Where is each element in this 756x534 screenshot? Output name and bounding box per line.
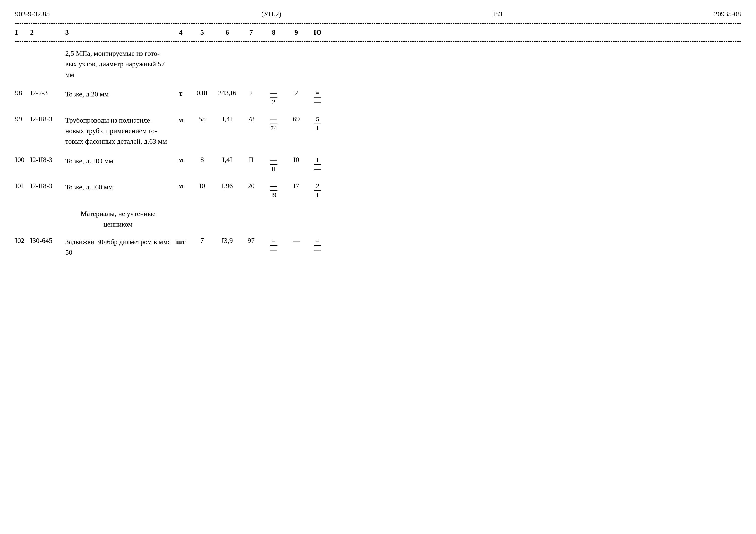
row-101-num: I0I	[15, 182, 30, 190]
row-102-col5: 7	[191, 237, 213, 245]
doc-type: (УП.2)	[261, 10, 282, 18]
row-98-col10: = —	[306, 89, 329, 106]
row-98-col9: 2	[286, 89, 306, 97]
col-header-5: 5	[191, 28, 213, 37]
row-100-col10: I —	[306, 156, 329, 173]
col-header-7: 7	[241, 28, 261, 37]
row-102-col6: I3,9	[213, 237, 241, 245]
intro-description-text: 2,5 МПа, монтируемые из гото-вых узлов, …	[65, 48, 171, 80]
table-row: I02 I30-645 Задвижки 30ч6бр диаметром в …	[15, 232, 741, 262]
row-100-code: I2-II8-3	[30, 156, 65, 164]
row-102-col9: —	[286, 237, 306, 245]
row-101-col10: 2 I	[306, 182, 329, 199]
col-header-8: 8	[261, 28, 286, 37]
materials-header-text: Материалы, не учтенные ценником	[65, 209, 171, 230]
fraction-102-col10: = —	[314, 237, 321, 254]
row-100-num: I00	[15, 156, 30, 164]
col-header-2: 2	[30, 28, 65, 37]
row-101-col9: I7	[286, 182, 306, 190]
row-98-col8: — 2	[261, 89, 286, 106]
row-100-col9: I0	[286, 156, 306, 164]
top-separator	[15, 23, 741, 24]
col-header-4: 4	[171, 28, 191, 37]
row-102-code: I30-645	[30, 237, 65, 245]
fraction-100: — II	[270, 156, 278, 173]
row-100-col6: I,4I	[213, 156, 241, 164]
row-101-col6: I,96	[213, 182, 241, 190]
row-100-unit: м	[171, 156, 191, 164]
table-row: 98 I2-2-3 То же, д.20 мм т 0,0I 243,I6 2…	[15, 84, 741, 110]
fraction-99: — 74	[270, 116, 278, 132]
header-separator	[15, 41, 741, 42]
row-100-col8: — II	[261, 156, 286, 173]
document-header: 902-9-32.85 (УП.2) I83 20935-08	[15, 10, 741, 18]
row-98-col6: 243,I6	[213, 89, 241, 97]
col-header-1: I	[15, 28, 30, 37]
row-100-col7: II	[241, 156, 261, 164]
row-101-desc: То же, д. I60 мм	[65, 182, 171, 192]
row-99-desc: Трубопроводы из полиэтиле-новых труб с п…	[65, 115, 171, 147]
fraction-101: — I9	[270, 183, 278, 199]
fraction-99-col10: 5 I	[314, 116, 321, 132]
row-98-col5: 0,0I	[191, 89, 213, 97]
doc-code: 20935-08	[714, 10, 741, 18]
row-101-col7: 20	[241, 182, 261, 190]
row-99-num: 99	[15, 115, 30, 123]
materials-header-row: Материалы, не учтенные ценником	[15, 204, 741, 232]
row-99-col5: 55	[191, 115, 213, 123]
col-header-10: IO	[306, 28, 329, 37]
table-row: I0I I2-II8-3 То же, д. I60 мм м I0 I,96 …	[15, 177, 741, 204]
row-101-unit: м	[171, 182, 191, 190]
fraction-98: — 2	[270, 89, 278, 106]
row-102-unit: шт	[171, 237, 191, 246]
row-100-desc: То же, д. IIO мм	[65, 156, 171, 166]
row-98-code: I2-2-3	[30, 89, 65, 97]
row-98-unit: т	[171, 89, 191, 98]
fraction-102: = —	[270, 237, 278, 254]
row-100-col5: 8	[191, 156, 213, 164]
table-row: I00 I2-II8-3 То же, д. IIO мм м 8 I,4I I…	[15, 151, 741, 177]
row-98-num: 98	[15, 89, 30, 97]
row-102-desc: Задвижки 30ч6бр диаметром в мм: 50	[65, 237, 171, 258]
row-99-col8: — 74	[261, 115, 286, 132]
row-102-col8: = —	[261, 237, 286, 254]
intro-description-row: 2,5 МПа, монтируемые из гото-вых узлов, …	[15, 44, 741, 84]
fraction-101-col10: 2 I	[314, 183, 321, 199]
row-101-col5: I0	[191, 182, 213, 190]
row-98-desc: То же, д.20 мм	[65, 89, 171, 99]
col-header-9: 9	[286, 28, 306, 37]
row-102-num: I02	[15, 237, 30, 245]
row-99-col7: 78	[241, 115, 261, 123]
column-headers: I 2 3 4 5 6 7 8 9 IO	[15, 26, 741, 39]
row-99-col10: 5 I	[306, 115, 329, 132]
row-101-code: I2-II8-3	[30, 182, 65, 190]
col-header-3: 3	[65, 28, 171, 37]
doc-number: 902-9-32.85	[15, 10, 50, 18]
table-body: 98 I2-2-3 То же, д.20 мм т 0,0I 243,I6 2…	[15, 84, 741, 262]
table-row: 99 I2-II8-3 Трубопроводы из полиэтиле-но…	[15, 110, 741, 151]
row-102-col10: = —	[306, 237, 329, 254]
row-99-unit: м	[171, 115, 191, 124]
fraction-100-col10: I —	[314, 156, 321, 173]
page-number: I83	[493, 10, 502, 18]
col-header-6: 6	[213, 28, 241, 37]
fraction-98-col10: = —	[314, 89, 321, 106]
row-99-code: I2-II8-3	[30, 115, 65, 123]
row-99-col9: 69	[286, 115, 306, 123]
row-101-col8: — I9	[261, 182, 286, 199]
row-98-col7: 2	[241, 89, 261, 97]
row-102-col7: 97	[241, 237, 261, 245]
row-99-col6: I,4I	[213, 115, 241, 123]
